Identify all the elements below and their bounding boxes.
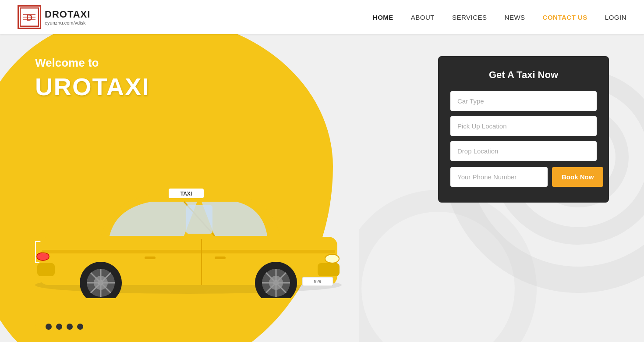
svg-point-8 — [359, 201, 526, 342]
nav-news[interactable]: NEWS — [505, 14, 525, 21]
pickup-location-input[interactable] — [450, 116, 597, 136]
nav-home[interactable]: HOME — [373, 14, 393, 21]
logo-main-text: DROTAXI — [45, 9, 90, 20]
main-nav: HOME ABOUT SERVICES NEWS CONTACT US LOGI… — [373, 14, 626, 21]
carousel-dot-1[interactable] — [35, 324, 41, 330]
book-now-button[interactable]: Book Now — [552, 167, 603, 187]
svg-rect-38 — [145, 256, 156, 259]
logo-text: DROTAXI eyunzhu.com/vdisk — [45, 9, 90, 25]
svg-point-35 — [37, 253, 49, 260]
svg-rect-36 — [42, 250, 335, 253]
svg-rect-34 — [37, 263, 55, 276]
header: D DROTAXI eyunzhu.com/vdisk HOME ABOUT S… — [0, 0, 644, 34]
nav-contact-us[interactable]: CONTACT US — [543, 14, 587, 21]
carousel-dot-2[interactable] — [46, 324, 52, 330]
logo-icon: D — [18, 5, 41, 29]
hero-section: Welcome to UROTAXI Read More TAXI — [0, 34, 644, 342]
hero-welcome-text: Welcome to — [35, 56, 150, 70]
taxi-car-image: TAXI — [13, 158, 364, 307]
form-title: Get A Taxi Now — [450, 69, 597, 81]
svg-point-33 — [325, 254, 339, 263]
carousel-dots — [35, 324, 83, 330]
svg-text:TAXI: TAXI — [180, 191, 192, 197]
nav-login[interactable]: LOGIN — [605, 14, 626, 21]
car-type-input[interactable] — [450, 91, 597, 111]
drop-location-input[interactable] — [450, 141, 597, 161]
carousel-dot-5[interactable] — [77, 324, 83, 330]
svg-text:929: 929 — [314, 279, 322, 284]
carousel-dot-4[interactable] — [67, 324, 73, 330]
form-bottom-row: Book Now — [450, 167, 597, 187]
svg-rect-32 — [318, 263, 340, 276]
carousel-dot-3[interactable] — [56, 324, 62, 330]
booking-form: Get A Taxi Now Book Now — [438, 56, 609, 203]
svg-rect-37 — [215, 256, 226, 259]
hero-title: UROTAXI — [35, 72, 150, 101]
phone-input[interactable] — [450, 167, 548, 187]
nav-about[interactable]: ABOUT — [411, 14, 435, 21]
svg-rect-13 — [186, 205, 212, 234]
logo: D DROTAXI eyunzhu.com/vdisk — [18, 5, 90, 29]
logo-sub-text: eyunzhu.com/vdisk — [45, 20, 90, 25]
nav-services[interactable]: SERVICES — [452, 14, 487, 21]
